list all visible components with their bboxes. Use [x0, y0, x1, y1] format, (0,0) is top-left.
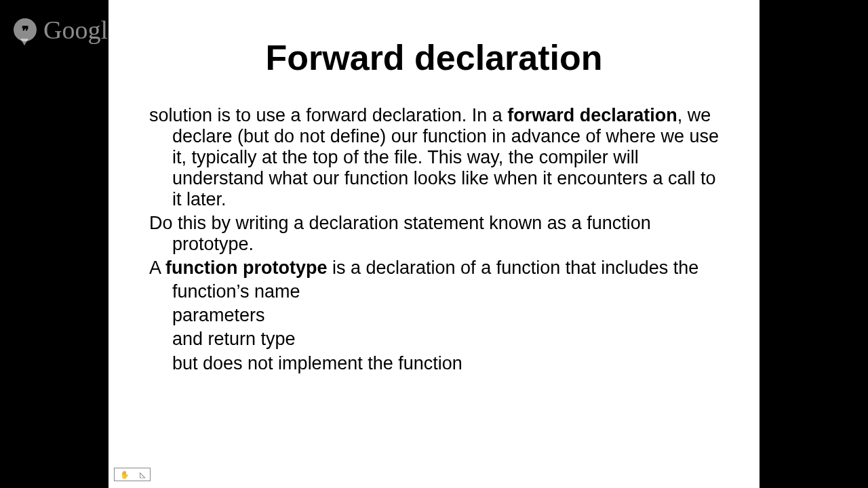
- hand-tool-icon[interactable]: ✋: [120, 471, 130, 479]
- list-item: parameters: [149, 305, 719, 326]
- quote-mark-icon: ❞: [22, 24, 29, 38]
- presentation-slide: Forward declaration solution is to use a…: [108, 0, 760, 488]
- paragraph-2: Do this by writing a declaration stateme…: [149, 213, 719, 255]
- pen-tool-icon[interactable]: ◺: [140, 471, 145, 479]
- presenter-toolbar[interactable]: ✋ ◺: [114, 468, 151, 481]
- list-item: and return type: [149, 329, 719, 350]
- list-item: but does not implement the function: [149, 353, 719, 374]
- hangouts-icon: ❞: [14, 18, 37, 41]
- paragraph-3: A function prototype is a declaration of…: [149, 258, 719, 279]
- list-item: function’s name: [149, 281, 719, 302]
- paragraph-1: solution is to use a forward declaration…: [149, 105, 719, 210]
- slide-body: solution is to use a forward declaration…: [149, 105, 719, 374]
- slide-title: Forward declaration: [149, 37, 719, 78]
